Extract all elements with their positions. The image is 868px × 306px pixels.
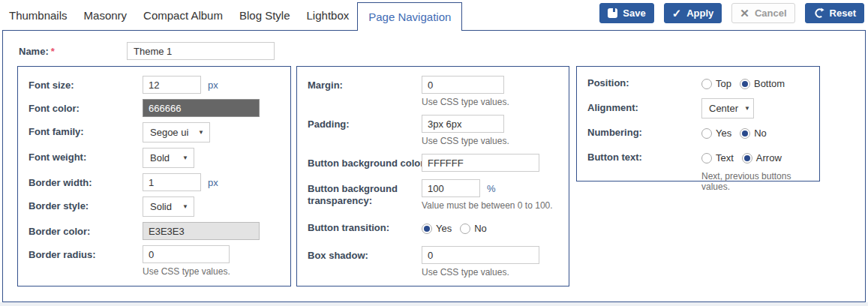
px-suffix: px [208, 177, 218, 188]
border-color-row: Border color: [29, 222, 280, 240]
page-background-strip [0, 302, 868, 306]
position-row: Position: Top Bottom [587, 74, 809, 94]
required-asterisk: * [51, 46, 55, 57]
numbering-option-yes[interactable]: Yes [701, 128, 731, 139]
toolbar: Save ✓ Apply ✕ Cancel Reset [599, 3, 864, 23]
numbering-option-no[interactable]: No [740, 128, 767, 139]
chevron-down-icon: ▼ [182, 203, 188, 210]
button-transition-radio-group: Yes No [422, 218, 495, 238]
cancel-button[interactable]: ✕ Cancel [731, 3, 794, 23]
position-label: Position: [587, 74, 701, 94]
radio-icon[interactable] [701, 128, 712, 139]
box-shadow-input[interactable] [422, 246, 539, 264]
tab-blog-style[interactable]: Blog Style [231, 0, 299, 30]
radio-icon[interactable] [701, 79, 712, 89]
theme-name-row: Name:* [3, 31, 865, 66]
radio-icon[interactable] [701, 153, 712, 164]
radio-icon[interactable] [460, 224, 470, 234]
navigation-settings-group: Position: Top Bottom Alignment: Center [576, 66, 820, 182]
position-option-bottom[interactable]: Bottom [740, 78, 785, 89]
tab-page-navigation[interactable]: Page Navigation [357, 2, 462, 30]
css-values-hint: Use CSS type values. [422, 267, 539, 278]
box-shadow-label: Box shadow: [308, 246, 422, 278]
close-icon: ✕ [740, 8, 749, 19]
font-weight-label: Font weight: [29, 148, 143, 168]
padding-input[interactable] [422, 115, 504, 133]
percent-suffix: % [487, 183, 496, 194]
border-style-select[interactable]: Solid ▼ [143, 196, 194, 217]
numbering-row: Numbering: Yes No [587, 123, 809, 143]
border-width-label: Border width: [29, 173, 143, 191]
button-transition-label: Button transition: [308, 218, 422, 238]
radio-icon[interactable] [740, 79, 750, 89]
name-label: Name:* [19, 42, 127, 58]
tabs-list: Thumbnails Masonry Compact Album Blog St… [0, 0, 462, 30]
position-option-top[interactable]: Top [701, 78, 731, 89]
cancel-button-label: Cancel [755, 8, 787, 19]
font-family-select[interactable]: Segoe ui ▼ [143, 122, 210, 142]
tab-thumbnails[interactable]: Thumbnails [1, 0, 76, 30]
tab-bar: Thumbnails Masonry Compact Album Blog St… [0, 0, 868, 30]
font-family-row: Font family: Segoe ui ▼ [29, 122, 280, 142]
position-radio-group: Top Bottom [701, 74, 793, 94]
chevron-down-icon: ▼ [744, 105, 750, 112]
font-family-label: Font family: [29, 122, 143, 142]
button-bg-color-row: Button background color: [308, 154, 558, 172]
css-values-hint: Use CSS type values. [422, 97, 509, 107]
spacing-button-settings-group: Margin: Use CSS type values. Padding: Us… [296, 66, 569, 286]
tab-compact-album[interactable]: Compact Album [135, 0, 231, 30]
reset-button[interactable]: Reset [805, 3, 864, 23]
border-color-input[interactable] [143, 222, 260, 240]
font-color-input[interactable] [143, 99, 260, 117]
font-weight-value: Bold [150, 152, 170, 164]
radio-icon[interactable] [742, 153, 752, 164]
border-width-input[interactable] [143, 173, 201, 191]
tab-lightbox[interactable]: Lightbox [299, 0, 358, 30]
css-values-hint: Use CSS type values. [422, 136, 509, 146]
numbering-radio-group: Yes No [701, 123, 775, 143]
font-family-value: Segoe ui [150, 127, 188, 138]
reset-icon [813, 8, 824, 19]
font-color-row: Font color: [29, 99, 280, 117]
settings-columns: Font size: px Font color: Font family: S… [3, 66, 865, 286]
button-text-label: Button text: [587, 148, 701, 192]
button-bg-transparency-row: Button background transparency: % Value … [308, 179, 558, 211]
numbering-label: Numbering: [587, 123, 701, 143]
border-color-label: Border color: [29, 222, 143, 240]
border-radius-input[interactable] [143, 245, 230, 263]
button-bg-transparency-input[interactable] [422, 179, 480, 197]
border-radius-label: Border radius: [29, 245, 143, 277]
border-radius-row: Border radius: Use CSS type values. [29, 245, 280, 277]
border-style-label: Border style: [29, 196, 143, 217]
font-size-label: Font size: [29, 76, 143, 94]
alignment-select[interactable]: Center ▼ [701, 98, 754, 118]
button-transition-row: Button transition: Yes No [308, 218, 558, 238]
px-suffix: px [208, 80, 218, 91]
range-hint: Value must be between 0 to 100. [422, 200, 553, 211]
save-icon [608, 8, 617, 18]
button-text-option-text[interactable]: Text [701, 152, 734, 164]
alignment-row: Alignment: Center ▼ [587, 98, 809, 118]
border-style-row: Border style: Solid ▼ [29, 196, 280, 217]
font-size-input[interactable] [143, 76, 201, 94]
button-bg-color-input[interactable] [422, 154, 539, 172]
margin-label: Margin: [308, 76, 422, 107]
button-bg-color-label: Button background color: [308, 154, 422, 172]
padding-row: Padding: Use CSS type values. [308, 115, 558, 146]
font-weight-select[interactable]: Bold ▼ [143, 148, 194, 168]
button-transition-option-yes[interactable]: Yes [422, 223, 452, 234]
button-bg-transparency-label: Button background transparency: [308, 179, 422, 211]
button-text-option-arrow[interactable]: Arrow [742, 152, 782, 164]
margin-input[interactable] [422, 76, 504, 94]
radio-icon[interactable] [740, 128, 750, 139]
apply-button[interactable]: ✓ Apply [664, 3, 722, 23]
chevron-down-icon: ▼ [182, 154, 188, 161]
box-shadow-row: Box shadow: Use CSS type values. [308, 246, 558, 278]
save-button[interactable]: Save [599, 3, 653, 23]
button-transition-option-no[interactable]: No [460, 223, 487, 234]
chevron-down-icon: ▼ [198, 129, 204, 136]
font-size-row: Font size: px [29, 76, 280, 94]
radio-icon[interactable] [422, 224, 432, 234]
theme-name-input[interactable] [127, 42, 275, 60]
tab-masonry[interactable]: Masonry [76, 0, 136, 30]
